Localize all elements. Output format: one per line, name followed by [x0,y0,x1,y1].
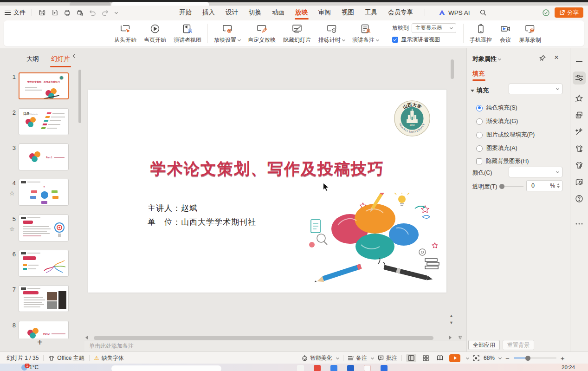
rehearse-timing-button[interactable]: 排练计时 [315,23,349,44]
vertical-scrollbar[interactable] [451,59,454,79]
close-panel-icon[interactable]: × [554,53,559,62]
previous-slide-button[interactable]: ▲ [449,314,453,318]
gradient-fill-radio[interactable]: 渐变填充(G) [476,117,518,125]
slide-thumbnail-8[interactable]: Part 2 [19,321,69,338]
tab-insert[interactable]: 插入 [201,6,216,20]
file-menu[interactable]: 文件 [5,6,26,20]
slide-thumbnail-5[interactable] [19,215,69,241]
sidebar-scrollbar[interactable] [78,70,81,123]
object-properties-icon[interactable] [573,72,586,85]
picture-fill-radio[interactable]: 图片或纹理填充(P) [476,131,535,139]
play-options-chevron[interactable] [466,356,469,359]
zoom-in-button[interactable]: + [561,354,565,362]
print-preview-icon[interactable] [76,8,84,17]
document-tab-inactive[interactable] [70,2,110,6]
save-icon[interactable] [38,8,46,17]
next-slide-button[interactable]: ▼ [449,321,453,325]
pin-panel-icon[interactable] [539,55,546,61]
smart-tools-wand-icon[interactable] [573,125,586,138]
collapse-panel-arrow[interactable] [73,54,78,59]
color-select[interactable] [509,167,562,177]
redo-icon[interactable] [101,8,109,17]
show-settings-button[interactable]: 放映设置 [210,23,244,44]
tab-outline[interactable]: 大纲 [26,52,40,65]
pin-notes-icon[interactable] [458,334,463,340]
presenter-view-button[interactable]: 演讲者视图 [170,23,205,44]
tab-home[interactable]: 开始 [178,6,193,20]
hide-slide-button[interactable]: 隐藏幻灯片 [279,23,315,44]
taskbar-app-icon[interactable] [330,365,337,371]
horizontal-scrollbar[interactable] [84,334,466,340]
comments-button[interactable]: 批注 [378,354,397,362]
notes-bar[interactable]: 单击此处添加备注 [84,340,466,351]
zoom-level[interactable]: 68% [484,355,501,361]
from-current-button[interactable]: 当页开始 [140,23,170,44]
slide-thumbnail-3[interactable]: Part 1 [19,143,69,170]
reset-background-button[interactable]: 重置背景 [503,340,534,350]
notes-toggle-button[interactable]: 备注 [348,354,374,362]
resource-search-icon[interactable] [573,176,586,189]
spin-down-icon[interactable] [557,186,560,188]
tab-fill[interactable]: 填充 [472,70,485,78]
zoom-slider-knob[interactable] [525,356,530,361]
undo-icon[interactable] [88,8,97,17]
effects-star-icon[interactable] [573,92,586,105]
solid-fill-radio[interactable]: 纯色填充(S) [476,104,517,112]
missing-font-button[interactable]: ⚠ 缺失字体 [94,354,124,362]
tab-transition[interactable]: 切换 [248,6,262,20]
tab-member[interactable]: 会员专享 [387,6,414,20]
theme-button[interactable]: Office 主题 [48,354,84,362]
custom-design-icon[interactable] [573,159,586,172]
slide-sorter-view-button[interactable] [420,354,431,362]
meeting-button[interactable]: 会议 [496,23,515,44]
sync-status-icon[interactable] [542,8,550,17]
slide-canvas[interactable]: 山西大学 SHANXI UNIVERSITY 1902 学术论文策划、写作及投稿… [88,90,446,293]
taskbar-app-icon[interactable] [364,365,371,371]
reading-view-button[interactable] [435,354,445,362]
taskbar-app-icon[interactable] [347,365,354,371]
export-pdf-icon[interactable] [51,8,59,17]
phone-remote-button[interactable]: 手机遥控 [466,23,496,44]
speaker-notes-button[interactable]: 演讲备注 [349,23,382,44]
zoom-slider[interactable] [514,358,556,358]
normal-view-button[interactable] [406,354,416,362]
tab-design[interactable]: 设计 [225,6,239,20]
taskbar-app-icon[interactable] [297,365,304,371]
taskbar-weather-widget[interactable]: 1 1°C [21,364,39,371]
transparency-slider[interactable] [501,186,523,187]
taskbar-app-icon[interactable] [381,365,388,371]
fill-section-header[interactable]: 填充 [471,86,489,95]
pattern-fill-radio[interactable]: 图案填充(A) [476,144,517,152]
zoom-out-button[interactable]: − [505,354,510,362]
tab-slideshow[interactable]: 放映 [294,6,309,20]
slide-thumbnail-1[interactable]: 学术论文策划、写作及投稿技巧 [19,72,69,99]
quickbar-more-chevron[interactable] [115,10,118,13]
university-logo[interactable]: 山西大学 SHANXI UNIVERSITY 1902 [394,100,431,137]
share-button[interactable]: 分享 [555,7,583,18]
fill-preset-select[interactable] [509,84,562,94]
document-tab-active[interactable] [111,2,209,6]
tab-review[interactable]: 审阅 [317,6,332,20]
scroll-right-arrow[interactable] [449,336,452,339]
screen-record-button[interactable]: 屏幕录制 [515,23,545,44]
slide-organization-line[interactable]: 单 位：山西大学学术期刊社 [148,217,256,228]
wps-ai-button[interactable]: WPS AI [439,9,470,16]
spin-up-icon[interactable] [557,183,560,185]
fit-slide-button[interactable] [473,355,479,361]
print-icon[interactable] [63,8,71,17]
slide-thumbnail-2[interactable]: 目录 Contents [19,108,69,135]
tab-animation[interactable]: 动画 [271,6,285,20]
hide-background-checkbox[interactable]: 隐藏背景图形(H) [476,157,529,165]
apply-all-button[interactable]: 全部应用 [468,340,500,350]
panel-title-dropdown[interactable]: 对象属性 [472,55,501,63]
play-slideshow-button[interactable] [449,354,460,362]
show-presenter-view-checkbox[interactable]: 显示演讲者视图 [392,36,456,44]
slide-presenter-line[interactable]: 主讲人：赵斌 [148,203,198,214]
from-beginning-button[interactable]: 从头开始 [110,23,140,44]
slide-thumbnail-7[interactable] [19,285,69,312]
collapse-rail-icon[interactable] [573,55,586,68]
display-select[interactable]: 主要显示器 [412,23,456,33]
search-icon[interactable] [479,8,487,17]
scroll-left-arrow[interactable] [85,336,88,339]
smart-beautify-button[interactable]: 智能美化 [302,354,339,362]
